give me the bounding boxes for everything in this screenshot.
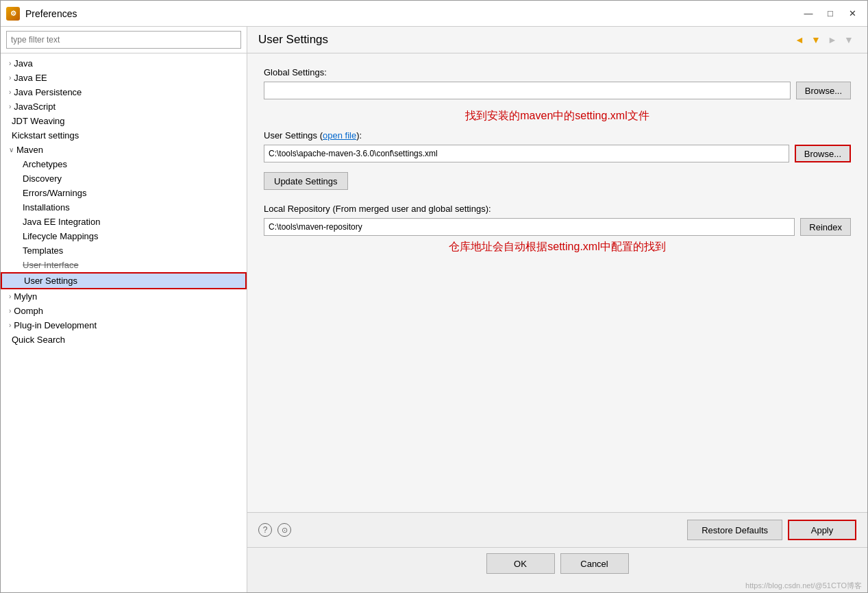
close-button[interactable]: ✕ [843,6,862,21]
user-settings-label-suffix: ): [356,130,362,141]
sidebar-item-label: Mylyn [14,291,37,302]
reindex-button[interactable]: Reindex [800,218,851,236]
preferences-window: ⚙ Preferences — □ ✕ › Java › [0,0,868,593]
arrow-icon: › [9,103,11,110]
annotation-1: 找到安装的maven中的setting.xml文件 [264,109,851,123]
arrow-icon: › [9,60,11,67]
sidebar-item-label: User Interface [23,260,79,270]
global-settings-input[interactable] [264,82,791,99]
sidebar-item-label: Oomph [14,306,43,316]
sidebar-item-quick-search[interactable]: Quick Search [1,332,247,347]
right-header: User Settings ◄ ▼ ► ▼ [247,27,867,53]
sidebar-item-archetypes[interactable]: Archetypes [1,157,247,171]
sidebar-item-java-ee[interactable]: › Java EE [1,71,247,85]
tree-area[interactable]: › Java › Java EE › Java Persistence › Ja… [1,53,247,592]
right-content: Global Settings: Browse... 找到安装的maven中的s… [247,53,867,512]
arrow-icon: › [9,74,11,82]
sidebar-item-label: User Settings [24,276,77,286]
update-settings-button[interactable]: Update Settings [264,172,348,190]
sidebar-item-oomph[interactable]: › Oomph [1,304,247,318]
sidebar-item-user-interface[interactable]: User Interface [1,258,247,272]
right-panel: User Settings ◄ ▼ ► ▼ Global Settings: B… [247,27,867,592]
sidebar-item-label: Java [14,58,32,69]
window-title: Preferences [25,8,77,19]
title-bar-controls: — □ ✕ [799,6,862,21]
user-settings-row: Browse... [264,145,851,162]
help-icon[interactable]: ? [258,523,272,537]
minimize-button[interactable]: — [799,6,818,21]
sidebar-item-label: Lifecycle Mappings [23,231,99,241]
arrow-icon: ∨ [9,146,14,154]
nav-arrows: ◄ ▼ ► ▼ [792,32,856,47]
left-panel: › Java › Java EE › Java Persistence › Ja… [1,27,247,592]
back-dropdown-button[interactable]: ▼ [808,32,823,47]
filter-input[interactable] [6,31,241,49]
preferences-icon: ⚙ [6,7,20,21]
sidebar-item-label: Java Persistence [14,87,82,97]
maximize-button[interactable]: □ [821,6,840,21]
arrow-icon: › [9,307,11,315]
bottom-bar-right: Restore Defaults Apply [687,520,856,540]
title-bar-left: ⚙ Preferences [6,7,77,21]
local-repo-row: Reindex [264,218,851,236]
restore-defaults-button[interactable]: Restore Defaults [687,520,782,540]
sidebar-item-user-settings[interactable]: User Settings [1,272,247,289]
sidebar-item-maven[interactable]: ∨ Maven [1,143,247,157]
title-bar: ⚙ Preferences — □ ✕ [1,1,867,27]
arrow-icon: › [9,293,11,300]
user-settings-input[interactable] [264,145,789,162]
sidebar-item-java[interactable]: › Java [1,56,247,71]
forward-button[interactable]: ► [825,32,840,47]
global-settings-label: Global Settings: [264,67,851,77]
ok-button[interactable]: OK [486,553,555,574]
apply-button[interactable]: Apply [788,520,856,540]
sidebar-item-label: Plug-in Development [14,320,97,330]
sidebar-item-label: Discovery [23,173,62,184]
filter-input-wrap [1,27,247,53]
forward-dropdown-button[interactable]: ▼ [841,32,856,47]
local-repo-label: Local Repository (From merged user and g… [264,204,851,214]
sidebar-item-label: Java EE Integration [23,217,100,227]
content-area: › Java › Java EE › Java Persistence › Ja… [1,27,867,592]
sidebar-item-java-ee-integration[interactable]: Java EE Integration [1,215,247,229]
sidebar-item-mylyn[interactable]: › Mylyn [1,289,247,304]
sidebar-item-discovery[interactable]: Discovery [1,171,247,186]
user-settings-browse-button[interactable]: Browse... [795,145,851,162]
sidebar-item-label: Kickstart settings [12,130,79,141]
sidebar-item-jdt-weaving[interactable]: JDT Weaving [1,114,247,128]
sidebar-item-label: JDT Weaving [12,116,65,126]
bottom-left-icons: ? ⊙ [258,523,291,537]
page-title: User Settings [258,33,328,47]
back-button[interactable]: ◄ [792,32,807,47]
open-file-link[interactable]: open file [323,130,356,141]
sidebar-item-java-persistence[interactable]: › Java Persistence [1,85,247,99]
info-icon[interactable]: ⊙ [277,523,291,537]
watermark: https://blog.csdn.net/@51CTO博客 [247,579,867,592]
arrow-icon: › [9,322,11,329]
user-settings-label-prefix: User Settings ( [264,130,323,141]
sidebar-item-label: Maven [16,145,43,155]
sidebar-item-lifecycle-mappings[interactable]: Lifecycle Mappings [1,229,247,243]
sidebar-item-kickstart-settings[interactable]: Kickstart settings [1,128,247,143]
sidebar-item-installations[interactable]: Installations [1,200,247,215]
user-settings-section-label: User Settings (open file): [264,130,851,141]
arrow-icon: › [9,88,11,96]
sidebar-item-errors-warnings[interactable]: Errors/Warnings [1,186,247,200]
ok-cancel-bar: OK Cancel [247,547,867,579]
cancel-button[interactable]: Cancel [560,553,629,574]
sidebar-item-label: JavaScript [14,101,55,112]
global-browse-button[interactable]: Browse... [796,82,851,99]
sidebar-item-javascript[interactable]: › JavaScript [1,99,247,114]
sidebar-item-templates[interactable]: Templates [1,243,247,258]
local-repo-input[interactable] [264,218,795,236]
sidebar-item-plugin-development[interactable]: › Plug-in Development [1,318,247,332]
bottom-bar: ? ⊙ Restore Defaults Apply [247,512,867,547]
sidebar-item-label: Templates [23,245,63,256]
sidebar-item-label: Archetypes [23,159,67,169]
sidebar-item-label: Quick Search [12,335,65,345]
sidebar-item-label: Installations [23,202,70,213]
annotation-2: 仓库地址会自动根据setting.xml中配置的找到 [264,240,851,254]
global-settings-row: Browse... [264,82,851,99]
sidebar-item-label: Errors/Warnings [23,188,86,198]
sidebar-item-label: Java EE [14,73,47,83]
